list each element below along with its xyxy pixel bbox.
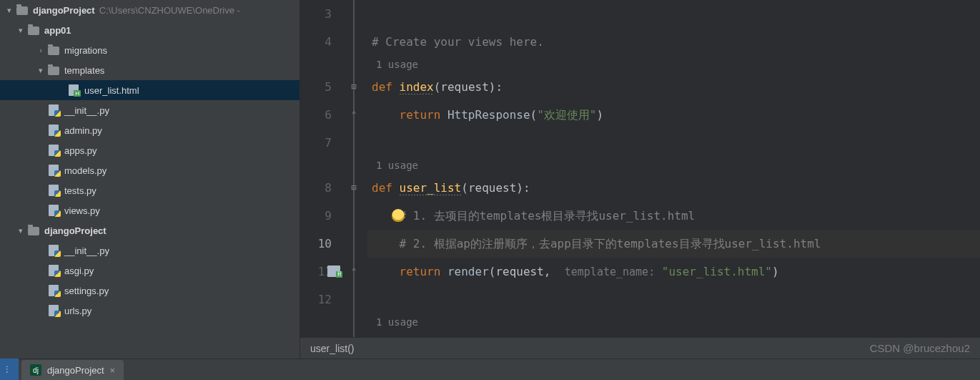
line-number[interactable]: 10 (300, 230, 332, 258)
tree-item[interactable]: user_list.html (0, 80, 300, 100)
chevron-down-icon[interactable]: ▾ (16, 226, 26, 235)
project-tab[interactable]: dj djangoProject × (21, 360, 124, 380)
code-line[interactable]: return HttpResponse("欢迎使用") (367, 101, 980, 129)
line-number[interactable]: 9 (300, 202, 332, 230)
usage-hint[interactable]: 1 usage (367, 56, 980, 73)
tree-item[interactable]: apps.py (0, 140, 300, 160)
line-number[interactable]: 8 (300, 174, 332, 202)
tree-item-label: djangoProject (44, 225, 107, 236)
chevron-down-icon[interactable]: ▾ (36, 66, 46, 75)
tool-window-stripe[interactable]: … (0, 359, 19, 380)
code-line[interactable]: # Create your views here. (367, 28, 980, 56)
tree-item[interactable]: urls.py (0, 301, 300, 321)
line-number[interactable]: 6 (300, 101, 332, 129)
tree-item[interactable]: admin.py (0, 120, 300, 140)
folder-icon (47, 44, 60, 57)
tree-item-label: urls.py (64, 306, 91, 316)
django-icon: dj (30, 364, 41, 376)
code-line[interactable] (367, 286, 980, 313)
tree-item-label: migrations (64, 45, 107, 56)
tree-item-label: views.py (64, 205, 100, 216)
tree-item[interactable]: ›migrations (0, 40, 300, 60)
py-icon (47, 264, 60, 277)
py-icon (47, 204, 60, 217)
project-root-path: C:\Users\CNZHOUWE\OneDrive - (99, 5, 240, 16)
tree-item[interactable]: settings.py (0, 281, 300, 301)
py-icon (47, 104, 60, 117)
folder-icon (27, 224, 40, 237)
fold-up-icon[interactable]: ⌃ (349, 109, 359, 120)
chevron-down-icon: ▾ (4, 6, 14, 15)
gutter-divider (353, 0, 355, 337)
project-tab-label: djangoProject (47, 365, 104, 376)
line-number-gutter[interactable]: 345678910111213 (300, 0, 343, 337)
tree-item-label: asgi.py (64, 265, 94, 276)
code-editor[interactable]: 345678910111213 ⊟⌃⊟⌃⊟ # Create your view… (300, 0, 980, 359)
py-icon (47, 284, 60, 297)
html-gutter-icon[interactable] (327, 265, 340, 277)
breadcrumb[interactable]: user_list() (300, 337, 980, 359)
fold-minus-icon[interactable]: ⊟ (349, 182, 359, 193)
code-body[interactable]: # Create your views here.1 usagedef inde… (367, 0, 980, 337)
html-icon (67, 84, 80, 97)
tree-item-label: __init__.py (64, 245, 109, 256)
tree-item-label: templates (64, 65, 104, 76)
tree-item-label: admin.py (64, 125, 102, 136)
code-line[interactable]: # 2. 根据ap的注册顺序，去app目录下的templates目录寻找user… (367, 230, 980, 258)
tree-item-label: apps.py (64, 145, 97, 156)
fold-minus-icon[interactable]: ⊟ (349, 82, 359, 92)
tree-item[interactable]: models.py (0, 160, 300, 180)
tree-item-label: __init__.py (64, 105, 109, 116)
py-icon (47, 244, 60, 257)
tree-item[interactable]: ▾templates (0, 60, 300, 80)
project-root-row[interactable]: ▾ djangoProject C:\Users\CNZHOUWE\OneDri… (0, 0, 300, 20)
line-number[interactable]: 7 (300, 129, 332, 157)
fold-up-icon[interactable]: ⌃ (349, 266, 359, 276)
py-icon (47, 184, 60, 197)
usage-hint[interactable]: 1 usage (367, 313, 980, 331)
py-icon (47, 304, 60, 317)
line-number[interactable]: 13 (300, 331, 332, 337)
tree-item-label: app01 (44, 25, 71, 36)
tree-item-label: tests.py (64, 185, 96, 196)
usage-hint[interactable]: 1 usage (367, 157, 980, 174)
tree-item[interactable]: ▾djangoProject (0, 220, 300, 240)
tree-item[interactable]: views.py (0, 200, 300, 220)
line-number[interactable]: 12 (300, 286, 332, 313)
tree-item[interactable]: ▾app01 (0, 20, 300, 40)
folder-icon (47, 64, 60, 77)
code-line[interactable]: # 1. 去项目的templates根目录寻找user_list.html (367, 202, 980, 230)
code-line[interactable]: def index(request): (367, 73, 980, 101)
code-line[interactable]: return render(request, template_name: "u… (367, 258, 980, 286)
tree-item[interactable]: __init__.py (0, 240, 300, 260)
tree-item[interactable]: tests.py (0, 180, 300, 200)
py-icon (47, 164, 60, 177)
project-root-name: djangoProject (33, 5, 95, 16)
tree-item-label: settings.py (64, 286, 109, 296)
chevron-down-icon[interactable]: ▾ (16, 26, 26, 35)
close-icon[interactable]: × (110, 365, 116, 376)
tree-item-label: models.py (64, 165, 107, 176)
folder-icon (16, 4, 29, 16)
project-tree[interactable]: ▾ djangoProject C:\Users\CNZHOUWE\OneDri… (0, 0, 300, 359)
tree-item[interactable]: asgi.py (0, 260, 300, 281)
chevron-right-icon[interactable]: › (36, 46, 46, 54)
line-number[interactable]: 3 (300, 0, 332, 28)
line-number[interactable]: 5 (300, 73, 332, 101)
fold-marker-column[interactable]: ⊟⌃⊟⌃⊟ (343, 0, 367, 337)
folder-icon (27, 24, 40, 36)
code-line[interactable]: def user_add(request): (367, 331, 980, 337)
py-icon (47, 124, 60, 137)
intention-bulb-icon[interactable] (392, 209, 405, 222)
code-line[interactable] (367, 129, 980, 157)
code-line[interactable]: def user_list(request): (367, 174, 980, 202)
line-number[interactable]: 4 (300, 28, 332, 56)
bottom-tab-bar: … dj djangoProject × (0, 359, 980, 380)
tree-item[interactable]: __init__.py (0, 100, 300, 120)
py-icon (47, 144, 60, 157)
code-line[interactable] (367, 0, 980, 28)
tree-item-label: user_list.html (84, 85, 139, 96)
